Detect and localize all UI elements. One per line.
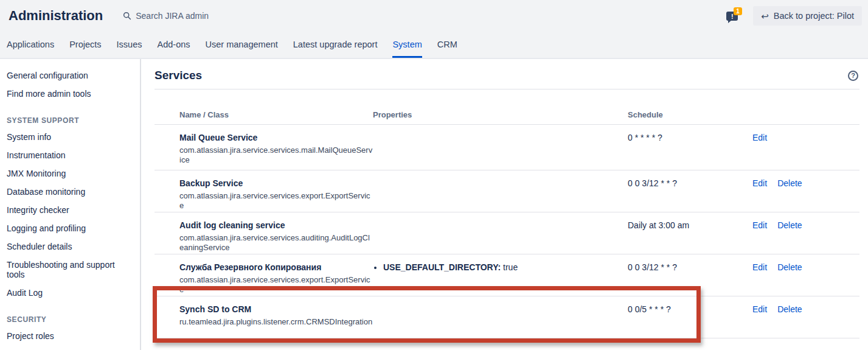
property-item: USE_DEFAULT_DIRECTORY: true (383, 262, 628, 272)
tab-system[interactable]: System (392, 32, 422, 58)
sidebar-section-security: SECURITY (7, 315, 134, 324)
tab-user-management[interactable]: User management (206, 32, 278, 58)
services-main: Services ? Name / ClassPropertiesSchedul… (141, 59, 868, 350)
service-actions-cell: EditDelete (752, 212, 859, 254)
service-class: com.atlassian.jira.service.services.expo… (179, 275, 373, 294)
edit-link[interactable]: Edit (752, 133, 767, 142)
column-header-properties: Properties (373, 110, 628, 119)
service-name: Backup Service (179, 178, 373, 189)
service-name: Synch SD to CRM (179, 304, 373, 315)
service-name: Audit log cleaning service (179, 220, 373, 231)
admin-search (123, 11, 276, 21)
admin-tabs: ApplicationsProjectsIssuesAdd-onsUser ma… (0, 32, 868, 58)
services-title: Services (155, 69, 202, 82)
tab-add-ons[interactable]: Add-ons (158, 32, 190, 58)
header-bar: Administration ! 1 ↩ Back to project: Pi… (0, 0, 868, 32)
service-name-class-cell: Backup Servicecom.atlassian.jira.service… (155, 170, 373, 212)
service-properties-cell (373, 296, 628, 338)
services-table-body: Mail Queue Servicecom.atlassian.jira.ser… (155, 125, 859, 338)
service-class: ru.teamlead.jira.plugins.listener.crm.CR… (179, 317, 373, 327)
sidebar-section-system-support: SYSTEM SUPPORT (7, 116, 134, 125)
service-row-mail-queue-service: Mail Queue Servicecom.atlassian.jira.ser… (155, 125, 859, 170)
service-actions-cell: EditDelete (752, 170, 859, 212)
service-class: com.atlassian.jira.service.services.audi… (179, 233, 373, 252)
tab-projects[interactable]: Projects (69, 32, 101, 58)
sidebar-item-general-configuration[interactable]: General configuration (7, 66, 134, 85)
sidebar-item-project-roles[interactable]: Project roles (7, 327, 134, 345)
content-area: General configurationFind more admin too… (0, 59, 868, 350)
admin-sidebar: General configurationFind more admin too… (0, 59, 141, 350)
service-row-backup-service: Backup Servicecom.atlassian.jira.service… (155, 170, 859, 212)
service-name-class-cell: Mail Queue Servicecom.atlassian.jira.ser… (155, 125, 373, 170)
service-row-item: Служба Резервного Копированияcom.atlassi… (155, 254, 859, 296)
edit-link[interactable]: Edit (752, 178, 767, 188)
service-properties-cell (373, 125, 628, 170)
service-properties-cell (373, 212, 628, 254)
services-table: Name / ClassPropertiesSchedule Mail Queu… (155, 105, 859, 338)
service-name: Mail Queue Service (179, 133, 373, 143)
services-header: Services ? (155, 69, 859, 89)
edit-link[interactable]: Edit (752, 220, 767, 230)
tab-crm[interactable]: CRM (437, 32, 457, 58)
sidebar-item-logging-and-profiling[interactable]: Logging and profiling (7, 219, 134, 237)
column-header-schedule: Schedule (628, 110, 752, 119)
property-key: USE_DEFAULT_DIRECTORY: (383, 262, 501, 272)
delete-link[interactable]: Delete (777, 178, 802, 188)
notification-badge: 1 (734, 7, 742, 15)
service-schedule: 0 0 3/12 * * ? (628, 254, 752, 296)
sidebar-item-database-monitoring[interactable]: Database monitoring (7, 183, 134, 201)
service-class: com.atlassian.jira.service.services.expo… (179, 191, 373, 210)
service-class: com.atlassian.jira.service.services.mail… (179, 145, 373, 164)
tab-issues[interactable]: Issues (117, 32, 142, 58)
service-schedule: 0 * * * * ? (628, 125, 752, 170)
sidebar-item-scheduler-details[interactable]: Scheduler details (7, 237, 134, 256)
back-to-project-button[interactable]: ↩ Back to project: Pilot (753, 6, 862, 26)
sidebar-item-system-info[interactable]: System info (7, 128, 134, 146)
page-title: Administration (9, 8, 103, 24)
service-properties-cell: USE_DEFAULT_DIRECTORY: true (373, 254, 628, 296)
sidebar-item-instrumentation[interactable]: Instrumentation (7, 146, 134, 164)
sidebar-item-troubleshooting-and-support-tools[interactable]: Troubleshooting and support tools (7, 256, 134, 284)
service-schedule: Daily at 3:00 am (628, 212, 752, 254)
column-header-name-class: Name / Class (155, 110, 373, 119)
speech-bubble-tail (728, 20, 732, 23)
service-name-class-cell: Synch SD to CRMru.teamlead.jira.plugins.… (155, 296, 373, 338)
tab-applications[interactable]: Applications (7, 32, 54, 58)
help-icon[interactable]: ? (848, 71, 858, 81)
service-schedule: 0 0/5 * * * ? (628, 296, 752, 338)
edit-link[interactable]: Edit (752, 262, 767, 272)
notification-icon[interactable]: ! 1 (726, 9, 741, 23)
delete-link[interactable]: Delete (777, 304, 802, 314)
services-table-header: Name / ClassPropertiesSchedule (155, 105, 859, 125)
service-actions-cell: Edit (752, 125, 859, 170)
admin-header: Administration ! 1 ↩ Back to project: Pi… (0, 0, 868, 59)
sidebar-item-integrity-checker[interactable]: Integrity checker (7, 201, 134, 219)
search-input[interactable] (136, 11, 276, 21)
service-schedule: 0 0 3/12 * * ? (628, 170, 752, 212)
tab-latest-upgrade-report[interactable]: Latest upgrade report (293, 32, 378, 58)
sidebar-item-audit-log[interactable]: Audit Log (7, 284, 134, 302)
sidebar-item-find-more-admin-tools[interactable]: Find more admin tools (7, 85, 134, 103)
return-arrow-icon: ↩ (761, 12, 769, 21)
delete-link[interactable]: Delete (777, 220, 802, 230)
edit-link[interactable]: Edit (752, 304, 767, 314)
service-row-audit-log-cleaning-service: Audit log cleaning servicecom.atlassian.… (155, 212, 859, 254)
service-actions-cell: EditDelete (752, 296, 859, 338)
sidebar-item-jmx-monitoring[interactable]: JMX Monitoring (7, 164, 134, 183)
search-icon (123, 12, 131, 20)
service-name-class-cell: Служба Резервного Копированияcom.atlassi… (155, 254, 373, 296)
service-properties-cell (373, 170, 628, 212)
property-list: USE_DEFAULT_DIRECTORY: true (373, 262, 628, 272)
back-to-project-label: Back to project: Pilot (774, 11, 854, 21)
service-actions-cell: EditDelete (752, 254, 859, 296)
service-row-synch-sd-to-crm: Synch SD to CRMru.teamlead.jira.plugins.… (155, 296, 859, 338)
delete-link[interactable]: Delete (777, 262, 802, 272)
service-name: Служба Резервного Копирования (179, 262, 373, 273)
service-name-class-cell: Audit log cleaning servicecom.atlassian.… (155, 212, 373, 254)
